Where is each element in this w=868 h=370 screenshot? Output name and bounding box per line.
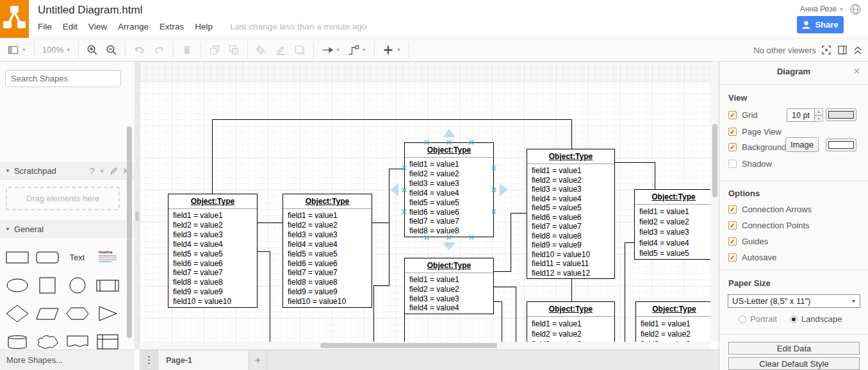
object-box[interactable]: Object:Typefield1 = value1field2 = value… xyxy=(527,301,615,342)
background-image-button[interactable]: Image xyxy=(785,137,819,152)
connector-edge[interactable] xyxy=(615,162,655,189)
background-checkbox[interactable]: ✓ xyxy=(728,143,737,151)
connector-edge[interactable] xyxy=(372,169,404,223)
to-front-button[interactable] xyxy=(209,44,220,56)
grid-checkbox[interactable]: ✓ xyxy=(728,111,737,119)
shape-triangle[interactable] xyxy=(92,299,122,328)
shape-internal-storage[interactable] xyxy=(92,328,122,349)
object-box[interactable]: Object:Typefield1 = value1field2 = value… xyxy=(404,142,494,237)
shadow-checkbox[interactable]: ✓ xyxy=(728,160,737,168)
zoom-out-button[interactable] xyxy=(106,44,117,56)
shape-text[interactable]: Text xyxy=(62,243,92,271)
object-box[interactable]: Object:Typefield1 = value1field2 = value… xyxy=(635,301,710,342)
edit-data-button[interactable]: Edit Data xyxy=(728,342,860,355)
guides-checkbox[interactable]: ✓ xyxy=(728,237,737,246)
sidebar-scrollbar[interactable] xyxy=(127,126,132,338)
fill-color-button[interactable] xyxy=(256,44,267,56)
canvas-horizontal-scrollbar[interactable] xyxy=(140,342,710,349)
clear-default-style-button[interactable]: Clear Default Style xyxy=(728,357,860,370)
grid-size-down-button[interactable]: ▼ xyxy=(815,115,823,122)
scratchpad-section-header[interactable]: ▼ Scratchpad ? + ✕ xyxy=(0,162,135,180)
shape-square[interactable] xyxy=(32,271,62,299)
panel-tab-diagram[interactable]: Diagram xyxy=(719,67,868,76)
waypoints-button[interactable]: ▼ xyxy=(348,44,366,56)
connect-arrow-right[interactable] xyxy=(500,183,508,196)
shape-document[interactable] xyxy=(62,328,92,349)
object-box[interactable]: Object:Typefield1 = value1field2 = value… xyxy=(527,149,615,279)
hscroll-thumb[interactable] xyxy=(320,343,497,348)
grid-color-button[interactable] xyxy=(826,108,856,121)
close-panel-icon[interactable]: ✕ xyxy=(853,66,860,76)
shape-circle[interactable] xyxy=(62,271,92,299)
general-section-header[interactable]: ▼ General xyxy=(0,221,135,238)
object-box[interactable]: Object:Typefield1 = value1field2 = value… xyxy=(168,194,258,308)
menu-file[interactable]: File xyxy=(38,22,52,31)
zoom-dropdown[interactable]: 100% ▼ xyxy=(42,45,70,55)
document-title[interactable]: Untitled Diagram.html xyxy=(38,4,142,17)
undo-button[interactable] xyxy=(133,44,145,56)
redo-button[interactable] xyxy=(153,44,165,56)
shadow-button[interactable] xyxy=(294,44,306,56)
object-box[interactable]: Object:Typefield1 = value1field2 = value… xyxy=(283,194,372,308)
connector-edge[interactable] xyxy=(212,119,571,194)
delete-button[interactable] xyxy=(181,44,193,56)
connect-arrow-down[interactable] xyxy=(443,242,455,251)
pages-menu-button[interactable] xyxy=(140,350,158,370)
sidebar-splitter[interactable] xyxy=(135,62,140,349)
zoom-in-button[interactable] xyxy=(86,44,98,56)
page-view-checkbox[interactable]: ✓ xyxy=(728,128,737,136)
shape-rounded-rectangle[interactable] xyxy=(32,243,62,271)
page-tab[interactable]: Page-1 xyxy=(158,350,249,370)
to-back-button[interactable] xyxy=(228,44,240,56)
connector-edge[interactable] xyxy=(494,287,516,342)
scratchpad-help-icon[interactable]: ? xyxy=(90,166,94,176)
collapse-toolbar-button[interactable] xyxy=(853,45,863,56)
background-color-button[interactable] xyxy=(826,139,856,151)
format-panel-toggle-button[interactable] xyxy=(837,44,848,56)
fullscreen-button[interactable] xyxy=(821,44,832,56)
more-shapes-button[interactable]: More Shapes... xyxy=(0,349,135,370)
grid-size-input[interactable] xyxy=(787,108,815,122)
shape-rectangle[interactable] xyxy=(2,243,32,271)
shape-cloud[interactable] xyxy=(32,328,62,349)
portrait-radio[interactable] xyxy=(739,315,746,323)
menu-edit[interactable]: Edit xyxy=(63,22,78,31)
sidebar-splitter-handle[interactable] xyxy=(136,212,138,221)
diagram-canvas[interactable]: Object:Typefield1 = value1field2 = value… xyxy=(140,62,710,342)
connection-points-checkbox[interactable]: ✓ xyxy=(728,221,737,230)
shape-textbox[interactable]: Heading xyxy=(92,243,122,271)
scratchpad-add-icon[interactable]: + xyxy=(100,166,105,176)
language-globe-icon[interactable] xyxy=(849,3,862,15)
menu-view[interactable]: View xyxy=(88,22,107,31)
object-box[interactable]: Object:Typefield1 = value1field2 = value… xyxy=(634,189,710,260)
view-toggle-button[interactable]: ▼ xyxy=(8,44,26,56)
connector-edge[interactable] xyxy=(494,213,527,271)
drawio-logo-icon[interactable] xyxy=(0,0,29,38)
connector-edge[interactable] xyxy=(258,251,270,342)
vscroll-thumb[interactable] xyxy=(712,124,717,198)
paper-size-select[interactable]: US-Letter (8,5" x 11") ▼ xyxy=(728,294,860,308)
shape-parallelogram[interactable] xyxy=(32,299,62,328)
user-menu[interactable]: Анна Резе ▼ xyxy=(800,4,844,13)
connect-arrow-up[interactable] xyxy=(443,129,455,137)
connect-arrow-left[interactable] xyxy=(390,183,398,196)
add-page-button[interactable]: + xyxy=(249,350,267,370)
connector-edge[interactable] xyxy=(373,223,389,342)
shape-hexagon[interactable] xyxy=(62,299,92,328)
menu-arrange[interactable]: Arrange xyxy=(118,22,149,31)
shape-cylinder[interactable] xyxy=(2,328,32,349)
connector-edge[interactable] xyxy=(494,301,502,342)
connection-arrows-checkbox[interactable]: ✓ xyxy=(728,205,737,214)
connection-style-button[interactable]: ▼ xyxy=(322,44,340,56)
shape-process[interactable] xyxy=(92,271,122,299)
scratchpad-dropzone[interactable]: Drag elements here xyxy=(6,187,120,210)
object-box[interactable]: Object:Typefield1 = value1field2 = value… xyxy=(404,258,494,314)
scratchpad-edit-icon[interactable] xyxy=(110,167,117,175)
shape-diamond[interactable] xyxy=(2,299,32,328)
insert-button[interactable]: ▼ xyxy=(382,44,401,56)
share-button[interactable]: Share xyxy=(797,16,844,33)
landscape-radio[interactable] xyxy=(790,315,798,323)
shape-ellipse[interactable] xyxy=(2,271,32,299)
line-color-button[interactable] xyxy=(275,44,286,56)
menu-help[interactable]: Help xyxy=(195,22,213,31)
